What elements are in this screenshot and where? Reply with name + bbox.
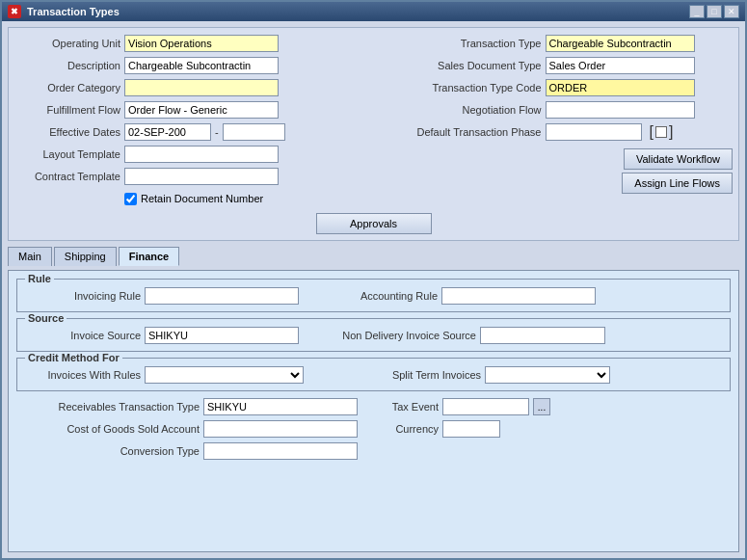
retain-doc-row: Retain Document Number (124, 189, 370, 208)
transaction-types-window: ✖ Transaction Types _ □ ✕ Operating Unit (0, 0, 747, 560)
layout-template-input[interactable] (124, 146, 279, 163)
invoicing-rule-input[interactable] (145, 287, 299, 305)
operating-unit-label: Operating Unit (14, 38, 120, 49)
operating-unit-input[interactable] (124, 35, 279, 52)
invoice-source-label: Invoice Source (25, 330, 141, 341)
invoicing-rule-row: Invoicing Rule Accounting Rule (25, 286, 722, 306)
receivables-transaction-type-label: Receivables Transaction Type (16, 401, 200, 413)
split-term-invoices-select[interactable] (485, 366, 610, 384)
sales-doc-type-input[interactable] (546, 57, 695, 74)
main-content: Operating Unit Description Order Categor… (2, 21, 745, 558)
transaction-type-row: Transaction Type (378, 34, 734, 53)
default-transaction-phase-input[interactable] (546, 123, 642, 141)
tab-main-label: Main (18, 251, 41, 262)
window-title: Transaction Types (27, 6, 683, 17)
maximize-button[interactable]: □ (707, 5, 722, 18)
cost-of-goods-sold-input[interactable] (203, 420, 358, 438)
sales-doc-type-row: Sales Document Type (378, 56, 734, 75)
form-area: Operating Unit Description Order Categor… (8, 27, 739, 241)
window-controls: _ □ ✕ (689, 5, 739, 18)
layout-template-row: Layout Template (14, 145, 370, 164)
layout-template-label: Layout Template (14, 148, 120, 160)
description-input[interactable] (124, 57, 279, 74)
top-form: Operating Unit Description Order Categor… (14, 34, 733, 208)
order-category-label: Order Category (14, 82, 120, 93)
assign-line-flows-button[interactable]: Assign Line Flows (622, 173, 733, 194)
tax-event-ellipsis-button[interactable]: ... (533, 398, 550, 415)
accounting-rule-label: Accounting Rule (303, 290, 438, 302)
effective-dates-from-input[interactable] (124, 123, 211, 141)
tax-event-label: Tax Event (361, 401, 439, 413)
cost-of-goods-sold-label: Cost of Goods Sold Account (16, 423, 200, 435)
tab-finance[interactable]: Finance (119, 247, 180, 266)
tab-shipping-label: Shipping (65, 251, 106, 262)
finance-tab-content: Rule Invoicing Rule Accounting Rule Sour… (8, 270, 739, 552)
invoices-with-rules-label: Invoices With Rules (25, 369, 141, 381)
title-bar: ✖ Transaction Types _ □ ✕ (2, 2, 745, 21)
description-label: Description (14, 60, 120, 71)
conversion-type-input[interactable] (203, 442, 358, 460)
sales-doc-type-label: Sales Document Type (378, 60, 542, 71)
date-separator: - (215, 126, 219, 138)
effective-dates-to-input[interactable] (223, 123, 285, 141)
approvals-button[interactable]: Approvals (316, 213, 432, 234)
tax-event-input[interactable] (442, 398, 529, 415)
right-bracket: ] (669, 124, 673, 140)
credit-method-section: Credit Method For Invoices With Rules Sp… (16, 358, 731, 391)
default-transaction-phase-label: Default Transaction Phase (378, 126, 542, 138)
source-section: Source Invoice Source Non Delivery Invoi… (16, 318, 731, 352)
tab-finance-label: Finance (129, 251, 170, 262)
close-button[interactable]: ✕ (724, 5, 739, 18)
retain-doc-label: Retain Document Number (141, 193, 263, 204)
non-delivery-invoice-source-input[interactable] (480, 327, 605, 344)
operating-unit-row: Operating Unit (14, 34, 370, 53)
bottom-rows: Receivables Transaction Type Tax Event .… (16, 397, 731, 461)
tabs-area: Main Shipping Finance (8, 247, 739, 266)
default-transaction-phase-row: Default Transaction Phase [ ] (378, 122, 734, 142)
fulfillment-flow-input[interactable] (124, 101, 279, 119)
contract-template-row: Contract Template (14, 167, 370, 186)
bracket-checkbox[interactable] (655, 126, 667, 138)
credit-method-row: Invoices With Rules Split Term Invoices (25, 365, 722, 385)
invoices-with-rules-select[interactable] (145, 366, 304, 384)
negotiation-flow-label: Negotiation Flow (378, 104, 542, 116)
transaction-type-code-row: Transaction Type Code (378, 78, 734, 97)
rule-section-label: Rule (25, 273, 54, 284)
source-section-label: Source (25, 312, 67, 324)
conversion-type-label: Conversion Type (16, 445, 200, 457)
currency-input[interactable] (442, 420, 500, 438)
conversion-type-row: Conversion Type (16, 441, 731, 461)
transaction-type-code-label: Transaction Type Code (378, 82, 542, 93)
tab-shipping[interactable]: Shipping (54, 247, 117, 266)
transaction-type-input[interactable] (546, 35, 695, 52)
validate-workflow-button[interactable]: Validate Workflow (624, 148, 733, 170)
cogs-row: Cost of Goods Sold Account Currency (16, 419, 731, 439)
accounting-rule-input[interactable] (441, 287, 596, 305)
negotiation-flow-row: Negotiation Flow (378, 100, 734, 120)
order-category-input[interactable] (124, 79, 279, 96)
transaction-type-code-input[interactable] (546, 79, 695, 96)
currency-label: Currency (361, 423, 439, 435)
invoice-source-input[interactable] (145, 327, 299, 344)
invoice-source-row: Invoice Source Non Delivery Invoice Sour… (25, 326, 722, 345)
minimize-button[interactable]: _ (689, 5, 705, 18)
order-category-row: Order Category (14, 78, 370, 97)
non-delivery-invoice-source-label: Non Delivery Invoice Source (303, 330, 476, 341)
right-column: Transaction Type Sales Document Type Tra… (378, 34, 734, 208)
transaction-type-label: Transaction Type (378, 38, 542, 49)
fulfillment-flow-label: Fulfillment Flow (14, 104, 120, 116)
rule-section: Rule Invoicing Rule Accounting Rule (16, 279, 731, 312)
effective-dates-row: Effective Dates - (14, 122, 370, 142)
retain-doc-checkbox[interactable] (124, 193, 137, 205)
left-bracket: [ (650, 124, 654, 140)
tab-main[interactable]: Main (8, 247, 52, 266)
contract-template-input[interactable] (124, 168, 279, 185)
negotiation-flow-input[interactable] (546, 101, 695, 119)
invoicing-rule-label: Invoicing Rule (25, 290, 141, 302)
fulfillment-flow-row: Fulfillment Flow (14, 100, 370, 120)
contract-template-label: Contract Template (14, 171, 120, 182)
window-icon: ✖ (8, 5, 21, 18)
button-row: Approvals (14, 213, 733, 234)
receivables-transaction-type-input[interactable] (203, 398, 358, 415)
credit-method-section-label: Credit Method For (25, 352, 122, 363)
